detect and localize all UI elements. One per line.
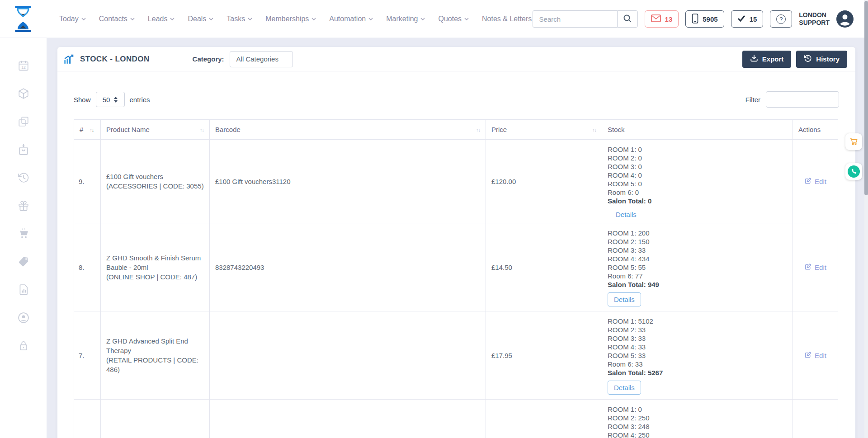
report-icon[interactable] bbox=[18, 284, 29, 296]
lock-icon[interactable] bbox=[18, 340, 29, 352]
search-button[interactable] bbox=[617, 10, 638, 28]
bag-download-icon[interactable] bbox=[18, 144, 29, 155]
call-button[interactable] bbox=[845, 163, 862, 180]
sort-icon: ↑↓ bbox=[592, 127, 596, 132]
search-icon bbox=[623, 14, 632, 24]
svg-text:12: 12 bbox=[21, 65, 26, 70]
page-title: STOCK - LONDON bbox=[80, 55, 150, 64]
filter-input[interactable] bbox=[766, 91, 839, 108]
row-number bbox=[74, 400, 101, 438]
tasks-badge[interactable]: 15 bbox=[731, 10, 764, 28]
product-cell: £100 Gift vouchers (ACCESSORIES | CODE: … bbox=[101, 140, 210, 223]
stock-line: ROOM 2: 33 bbox=[608, 325, 787, 334]
edit-label: Edit bbox=[815, 352, 826, 359]
table-row: 7. Z GHD Advanced Split End Therapy (RET… bbox=[74, 311, 838, 400]
nav-item-memberships[interactable]: Memberships bbox=[265, 15, 316, 23]
row-number: 9. bbox=[74, 140, 101, 223]
edit-link[interactable]: Edit bbox=[804, 351, 826, 360]
search-input[interactable] bbox=[533, 10, 617, 28]
stock-line: ROOM 3: 33 bbox=[608, 334, 787, 343]
user-avatar[interactable] bbox=[836, 10, 854, 28]
category-select[interactable]: All Categories bbox=[230, 51, 293, 67]
chart-icon bbox=[64, 54, 75, 65]
details-link[interactable]: Details bbox=[616, 211, 637, 218]
app-logo-hourglass-icon[interactable] bbox=[14, 6, 32, 32]
nav-label: Automation bbox=[329, 15, 366, 23]
export-label: Export bbox=[762, 55, 784, 63]
nav-item-marketing[interactable]: Marketing bbox=[386, 15, 425, 23]
help-badge[interactable]: ? bbox=[770, 10, 792, 28]
barcode-cell: £100 Gift vouchers31120 bbox=[210, 140, 486, 223]
actions-cell: Edit bbox=[793, 140, 838, 223]
nav-label: Memberships bbox=[265, 15, 309, 23]
stock-cell: ROOM 1: 200 ROOM 2: 150 ROOM 3: 33 ROOM … bbox=[602, 223, 793, 311]
history-icon[interactable] bbox=[18, 172, 29, 184]
header-barcode[interactable]: Barcode↑↓ bbox=[210, 120, 486, 140]
nav-label: Leads bbox=[148, 15, 168, 23]
salon-total: Salon Total: 0 bbox=[608, 197, 787, 205]
gift-icon[interactable] bbox=[18, 200, 29, 212]
header-product-label: Product Name bbox=[106, 126, 150, 133]
cart-button[interactable] bbox=[845, 133, 862, 150]
header-stock: Stock bbox=[602, 120, 793, 140]
nav-item-tasks[interactable]: Tasks bbox=[226, 15, 252, 23]
stock-line: ROOM 5: 33 bbox=[608, 351, 787, 360]
chevron-down-icon bbox=[130, 18, 135, 20]
stock-line: ROOM 3: 0 bbox=[608, 162, 787, 171]
product-name: Z GHD Advanced Split End Therapy bbox=[106, 336, 204, 355]
cart-icon bbox=[849, 136, 859, 148]
cube-icon[interactable] bbox=[18, 88, 29, 99]
nav-item-today[interactable]: Today bbox=[59, 15, 86, 23]
stock-line: ROOM 3: 248 bbox=[608, 422, 787, 431]
chevron-down-icon bbox=[248, 18, 252, 20]
stock-line: ROOM 5: 55 bbox=[608, 263, 787, 272]
nav-item-contacts[interactable]: Contacts bbox=[99, 15, 135, 23]
export-button[interactable]: Export bbox=[742, 51, 792, 68]
edit-link[interactable]: Edit bbox=[804, 263, 826, 272]
nav-item-leads[interactable]: Leads bbox=[148, 15, 175, 23]
stock-line: ROOM 2: 0 bbox=[608, 154, 787, 162]
calls-badge[interactable]: 5905 bbox=[685, 10, 724, 28]
cart-icon[interactable] bbox=[18, 228, 29, 240]
messages-badge[interactable]: 13 bbox=[645, 10, 679, 28]
history-icon bbox=[804, 54, 812, 64]
user-circle-icon[interactable] bbox=[18, 312, 29, 324]
nav-item-notes-letters[interactable]: Notes & Letters bbox=[482, 15, 539, 23]
card-header: STOCK - LONDON Category: All Categories … bbox=[57, 47, 855, 71]
page-size-select[interactable]: 50 bbox=[96, 92, 125, 107]
scrollbar-thumb[interactable] bbox=[864, 1, 868, 195]
mobile-icon bbox=[692, 14, 698, 25]
stock-cell: ROOM 1: 0 ROOM 2: 250 ROOM 3: 248 ROOM 4… bbox=[602, 400, 793, 438]
copy-icon[interactable] bbox=[18, 116, 29, 127]
nav-label: Notes & Letters bbox=[482, 15, 532, 23]
edit-icon bbox=[804, 351, 812, 360]
calendar-icon[interactable]: 12 bbox=[18, 60, 29, 71]
header-num[interactable]: #↑↓ bbox=[74, 120, 101, 140]
header-stock-label: Stock bbox=[608, 126, 625, 133]
edit-link[interactable]: Edit bbox=[804, 177, 826, 186]
header-price[interactable]: Price↑↓ bbox=[486, 120, 602, 140]
stock-line: Room 6: 77 bbox=[608, 272, 787, 280]
chevron-down-icon bbox=[311, 18, 316, 20]
chevron-down-icon bbox=[209, 18, 213, 20]
table-row: 9. £100 Gift vouchers (ACCESSORIES | COD… bbox=[74, 140, 838, 223]
stock-line: ROOM 4: 33 bbox=[608, 343, 787, 351]
nav-item-quotes[interactable]: Quotes bbox=[438, 15, 469, 23]
nav-item-automation[interactable]: Automation bbox=[329, 15, 373, 23]
stock-line: ROOM 4: 434 bbox=[608, 254, 787, 263]
chevron-down-icon bbox=[420, 18, 425, 20]
header-product-name[interactable]: Product Name↑↓ bbox=[101, 120, 210, 140]
stock-line: Room 6: 33 bbox=[608, 360, 787, 368]
topbar-right: 13 5905 15 ? LONDON SUPPORT bbox=[533, 0, 854, 38]
history-button[interactable]: History bbox=[796, 51, 847, 68]
filter-group: Filter bbox=[745, 91, 839, 108]
envelope-icon bbox=[651, 14, 661, 24]
edit-icon bbox=[804, 263, 812, 272]
price-cell: £120.00 bbox=[486, 140, 602, 223]
details-button[interactable]: Details bbox=[608, 381, 641, 395]
tag-icon[interactable] bbox=[18, 256, 29, 268]
details-button[interactable]: Details bbox=[608, 292, 641, 306]
product-cell: Z GHD Smooth & Finish Serum Bauble - 20m… bbox=[101, 223, 210, 311]
salon-total: Salon Total: 5267 bbox=[608, 368, 787, 377]
nav-item-deals[interactable]: Deals bbox=[188, 15, 213, 23]
